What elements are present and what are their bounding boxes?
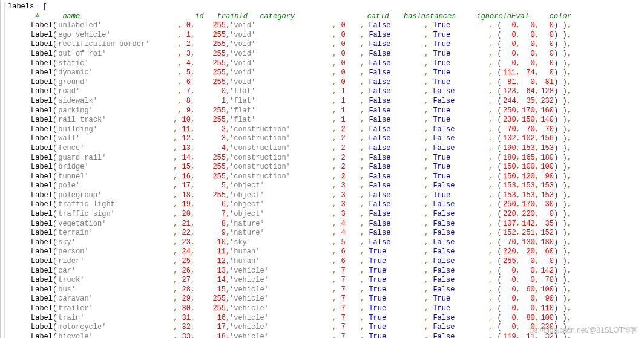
cell-catId: 3	[341, 200, 345, 209]
cell-id: 9	[186, 106, 191, 115]
cell-category: 'vehicle'	[229, 304, 269, 313]
label-call: Label	[31, 304, 53, 313]
cell-trainId: 8	[222, 219, 226, 228]
cell-ignoreInEval: True	[433, 115, 450, 124]
cell-ignoreInEval: False	[433, 267, 455, 275]
cell-trainId: 12	[217, 257, 226, 265]
cell-hasInstances: False	[369, 21, 390, 30]
cell-hasInstances: True	[369, 247, 386, 256]
cell-name: 'train'	[54, 314, 84, 322]
cell-id: 20	[182, 210, 191, 218]
cell-id: 28	[182, 285, 191, 294]
cell-name: 'ground'	[54, 78, 89, 86]
cell-ignoreInEval: False	[433, 219, 455, 228]
cell-category: 'flat'	[229, 106, 255, 115]
cell-name: 'road'	[54, 87, 80, 96]
cell-hasInstances: False	[369, 154, 390, 162]
label-row: Label('unlabeled', 0 ,255 , 'void', 0, F…	[8, 21, 644, 31]
cell-trainId: 15	[217, 285, 226, 294]
label-row: Label('polegroup', 18 ,255 , 'object', 3…	[8, 191, 644, 201]
cell-trainId: 0	[222, 87, 226, 96]
cell-catId: 2	[341, 154, 345, 162]
cell-trainId: 9	[222, 229, 226, 237]
cell-hasInstances: True	[369, 285, 386, 294]
cell-category: 'vehicle'	[229, 285, 269, 294]
cell-category: 'flat'	[229, 87, 255, 96]
cell-catId: 2	[341, 163, 345, 171]
cell-id: 15	[182, 163, 191, 171]
cell-id: 30	[182, 304, 191, 313]
cell-ignoreInEval: False	[433, 87, 455, 96]
cell-hasInstances: False	[369, 238, 390, 247]
label-row: Label('wall', 12 ,3 , 'construction', 2,…	[8, 134, 644, 144]
label-call: Label	[31, 125, 53, 134]
cell-color: (0,0,0) )	[497, 59, 567, 68]
cell-trainId: 3	[222, 134, 226, 143]
cell-catId: 0	[341, 40, 345, 48]
cell-color: (255,0,0) )	[497, 257, 567, 265]
cell-category: 'construction'	[229, 172, 291, 181]
label-call: Label	[31, 294, 53, 303]
cell-ignoreInEval: True	[433, 31, 450, 39]
label-call: Label	[31, 257, 53, 265]
cell-name: 'static'	[54, 59, 89, 68]
cell-color: (180,165,180) )	[497, 154, 567, 162]
cell-hasInstances: False	[369, 68, 390, 77]
cell-id: 1	[186, 31, 191, 39]
cell-category: 'object'	[229, 181, 264, 190]
cell-category: 'void'	[229, 50, 255, 58]
cell-category: 'flat'	[229, 97, 255, 105]
cell-trainId: 17	[217, 323, 226, 331]
cell-ignoreInEval: False	[433, 276, 455, 284]
col-ignoreInEval: ignoreInEval	[476, 12, 537, 22]
cell-trainId: 255	[212, 40, 226, 48]
label-row: Label('tunnel', 16 ,255 , 'construction'…	[8, 172, 644, 182]
cell-category: 'human'	[229, 247, 260, 256]
cell-name: 'fence'	[54, 144, 84, 152]
cell-trainId: 1	[222, 97, 226, 105]
label-row: Label('car', 26 ,13 , 'vehicle', 7, True…	[8, 267, 644, 276]
cell-color: (220,20,60) )	[497, 247, 567, 256]
label-call: Label	[31, 210, 53, 218]
cell-color: (70,130,180) )	[497, 238, 567, 247]
cell-hasInstances: False	[369, 50, 390, 58]
cell-trainId: 255	[212, 304, 226, 313]
cell-category: 'vehicle'	[229, 333, 269, 338]
cell-trainId: 13	[217, 267, 226, 275]
cell-name: 'sky'	[54, 238, 76, 247]
cell-hasInstances: False	[369, 163, 390, 171]
cell-category: 'void'	[229, 21, 255, 30]
cell-name: 'bicycle'	[54, 333, 93, 338]
code-block: labels = [ # name id trainId category ca…	[0, 0, 644, 338]
cell-color: (153,153,153) )	[497, 181, 567, 190]
label-row: Label('pole', 17 ,5 , 'object', 3, False…	[8, 181, 644, 191]
cell-color: (0,0,0) )	[497, 31, 567, 39]
cell-color: (250,170,30) )	[497, 200, 567, 209]
cell-color: (150,100,100) )	[497, 163, 567, 171]
cell-category: 'flat'	[229, 115, 255, 124]
cell-name: 'motorcycle'	[54, 323, 106, 331]
cell-color: (0,60,100) )	[497, 285, 567, 294]
cell-hasInstances: True	[369, 314, 386, 322]
cell-color: (0,0,230) )	[497, 323, 567, 331]
cell-trainId: 255	[212, 163, 226, 171]
cell-name: 'unlabeled'	[54, 21, 102, 30]
cell-category: 'construction'	[229, 144, 291, 152]
label-call: Label	[31, 40, 53, 48]
cell-hasInstances: True	[369, 304, 386, 313]
label-row: Label('guard rail', 14 ,255 , 'construct…	[8, 154, 644, 163]
cell-trainId: 255	[212, 294, 226, 303]
cell-ignoreInEval: False	[433, 125, 455, 134]
cell-hasInstances: True	[369, 333, 386, 338]
cell-id: 11	[182, 125, 191, 134]
cell-hasInstances: False	[369, 125, 390, 134]
cell-ignoreInEval: True	[433, 172, 450, 181]
cell-catId: 3	[341, 210, 345, 218]
label-row: Label('road', 7 ,0 , 'flat', 1, False, F…	[8, 87, 644, 97]
cell-trainId: 7	[222, 210, 226, 218]
cell-id: 5	[186, 68, 191, 77]
cell-color: (0,0,0) )	[497, 40, 567, 48]
label-call: Label	[31, 191, 53, 200]
cell-ignoreInEval: False	[433, 323, 455, 331]
cell-name: 'vegetation'	[54, 219, 106, 228]
